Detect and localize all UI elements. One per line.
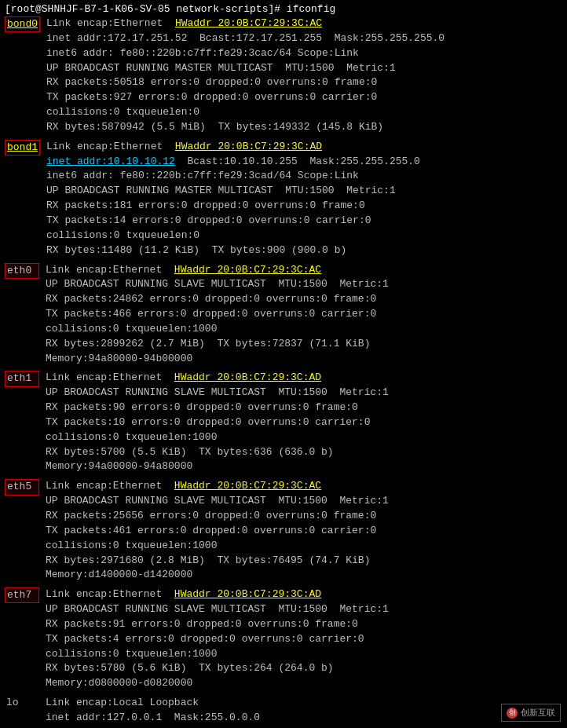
line: collisions:0 txqueuelen:1000 <box>46 647 562 662</box>
interface-eth0: eth0 Link encap:Ethernet HWaddr 20:0B:C7… <box>5 263 562 367</box>
line: Link encap:Ethernet HWaddr 20:0B:C7:29:3… <box>46 263 562 278</box>
line: collisions:0 txqueuelen:0 <box>46 105 562 120</box>
interface-eth1: eth1 Link encap:Ethernet HWaddr 20:0B:C7… <box>5 371 562 474</box>
line: RX bytes:2971680 (2.8 MiB) TX bytes:7649… <box>46 554 562 569</box>
line: UP BROADCAST RUNNING MASTER MULTICAST MT… <box>46 184 562 199</box>
line: UP BROADCAST RUNNING SLAVE MULTICAST MTU… <box>46 494 562 509</box>
line: collisions:0 txqueuelen:1000 <box>46 430 562 445</box>
iface-content-eth0: Link encap:Ethernet HWaddr 20:0B:C7:29:3… <box>46 263 562 367</box>
line: Memory:94a00000-94a80000 <box>46 459 562 474</box>
iface-name-eth7: eth7 <box>5 587 39 603</box>
line: UP BROADCAST RUNNING SLAVE MULTICAST MTU… <box>46 386 562 401</box>
line: UP BROADCAST RUNNING SLAVE MULTICAST MTU… <box>46 602 562 617</box>
iface-name-bond1: bond1 <box>5 140 40 155</box>
line: RX packets:90 errors:0 dropped:0 overrun… <box>46 401 562 415</box>
iface-content-lo: Link encap:Local Loopback inet addr:127.… <box>46 696 562 728</box>
line: inet6 addr: fe80::220b:c7ff:fe29:3cad/64… <box>46 169 562 184</box>
line: TX packets:4 errors:0 dropped:0 overruns… <box>46 632 562 647</box>
line: RX bytes:2899262 (2.7 MiB) TX bytes:7283… <box>46 337 562 352</box>
line: collisions:0 txqueuelen:1000 <box>46 322 562 337</box>
line: TX packets:10 errors:0 dropped:0 overrun… <box>46 415 562 430</box>
line: inet6 addr: fe80::220b:c7ff:fe29:3cac/64… <box>46 46 562 61</box>
line: Memory:d1400000-d1420000 <box>46 568 562 583</box>
watermark-icon: 创 <box>507 708 518 719</box>
line: Link encap:Local Loopback <box>46 696 562 711</box>
line: RX packets:91 errors:0 dropped:0 overrun… <box>46 617 562 632</box>
line: inet addr:127.0.0.1 Mask:255.0.0.0 <box>46 711 562 726</box>
line: RX packets:24862 errors:0 dropped:0 over… <box>46 292 562 307</box>
iface-content-eth7: Link encap:Ethernet HWaddr 20:0B:C7:29:3… <box>46 587 562 691</box>
line: TX packets:466 errors:0 dropped:0 overru… <box>46 307 562 322</box>
line: TX packets:461 errors:0 dropped:0 overru… <box>46 524 562 539</box>
watermark: 创 创新互联 <box>501 704 561 722</box>
line: RX bytes:5700 (5.5 KiB) TX bytes:636 (63… <box>46 445 562 460</box>
line: UP BROADCAST RUNNING SLAVE MULTICAST MTU… <box>46 277 562 292</box>
iface-name-eth1: eth1 <box>5 371 39 386</box>
line: Link encap:Ethernet HWaddr 20:0B:C7:29:3… <box>46 16 562 31</box>
line: collisions:0 txqueuelen:1000 <box>46 539 562 554</box>
line: RX bytes:5780 (5.6 KiB) TX bytes:264 (26… <box>46 661 562 676</box>
line: Link encap:Ethernet HWaddr 20:0B:C7:29:3… <box>46 140 562 155</box>
iface-content-eth5: Link encap:Ethernet HWaddr 20:0B:C7:29:3… <box>46 479 562 583</box>
line: Link encap:Ethernet HWaddr 20:0B:C7:29:3… <box>46 587 562 602</box>
line: collisions:0 txqueuelen:0 <box>46 229 562 243</box>
line: RX packets:181 errors:0 dropped:0 overru… <box>46 199 562 214</box>
line: Link encap:Ethernet HWaddr 20:0B:C7:29:3… <box>46 371 562 386</box>
prompt-line: [root@SHNHJF-B7-1-K06-SV-05 network-scri… <box>5 3 562 15</box>
interface-lo: lo Link encap:Local Loopback inet addr:1… <box>5 696 562 728</box>
iface-name-lo: lo <box>5 696 39 710</box>
line: Memory:94a80000-94b00000 <box>46 352 562 367</box>
line: Link encap:Ethernet HWaddr 20:0B:C7:29:3… <box>46 479 562 494</box>
interface-bond1: bond1 Link encap:Ethernet HWaddr 20:0B:C… <box>5 140 562 258</box>
interface-bond0: bond0 Link encap:Ethernet HWaddr 20:0B:C… <box>5 16 562 135</box>
iface-name-eth5: eth5 <box>5 479 39 495</box>
line: RX bytes:11480 (11.2 KiB) TX bytes:900 (… <box>46 243 562 258</box>
iface-content-eth1: Link encap:Ethernet HWaddr 20:0B:C7:29:3… <box>46 371 562 474</box>
line: RX bytes:5870942 (5.5 MiB) TX bytes:1493… <box>46 120 562 135</box>
interface-eth5: eth5 Link encap:Ethernet HWaddr 20:0B:C7… <box>5 479 562 583</box>
watermark-text: 创新互联 <box>521 707 555 719</box>
line: RX packets:50518 errors:0 dropped:0 over… <box>46 75 562 90</box>
line: inet addr:10.10.10.12 Bcast:10.10.10.255… <box>46 155 562 170</box>
iface-name-eth0: eth0 <box>5 263 39 279</box>
line: TX packets:927 errors:0 dropped:0 overru… <box>46 90 562 105</box>
line: inet addr:172.17.251.52 Bcast:172.17.251… <box>46 31 562 46</box>
terminal: [root@SHNHJF-B7-1-K06-SV-05 network-scri… <box>0 0 567 728</box>
line: Memory:d0800000-d0820000 <box>46 676 562 691</box>
prompt-text: [root@SHNHJF-B7-1-K06-SV-05 network-scri… <box>5 3 335 15</box>
iface-content-bond1: Link encap:Ethernet HWaddr 20:0B:C7:29:3… <box>46 140 562 258</box>
line: RX packets:25656 errors:0 dropped:0 over… <box>46 509 562 524</box>
iface-name-bond0: bond0 <box>5 16 40 32</box>
line: TX packets:14 errors:0 dropped:0 overrun… <box>46 214 562 229</box>
interface-eth7: eth7 Link encap:Ethernet HWaddr 20:0B:C7… <box>5 587 562 691</box>
line: UP BROADCAST RUNNING MASTER MULTICAST MT… <box>46 61 562 76</box>
iface-content-bond0: Link encap:Ethernet HWaddr 20:0B:C7:29:3… <box>46 16 562 135</box>
